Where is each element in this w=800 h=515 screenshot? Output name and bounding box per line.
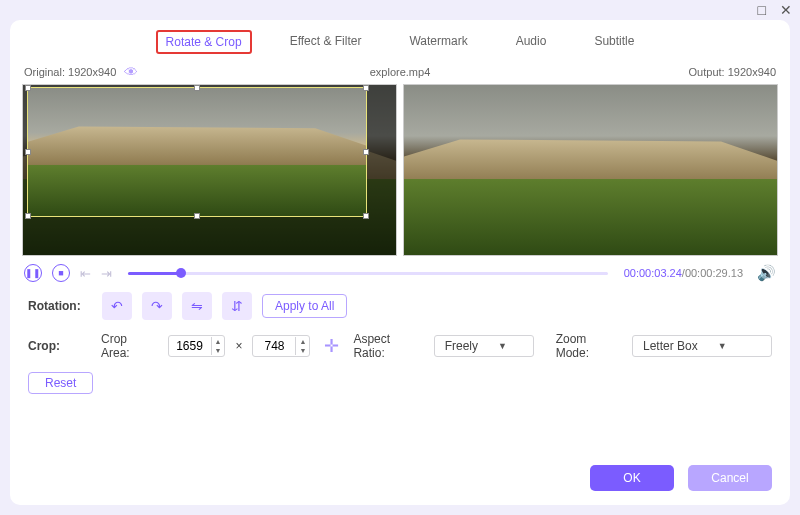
close-button[interactable]: ✕ — [780, 2, 792, 18]
crop-label: Crop: — [28, 339, 91, 353]
ok-button[interactable]: OK — [590, 465, 674, 491]
cancel-button[interactable]: Cancel — [688, 465, 772, 491]
crop-height-down[interactable]: ▼ — [296, 346, 309, 355]
tab-bar: Rotate & Crop Effect & Filter Watermark … — [10, 20, 790, 62]
aspect-ratio-label: Aspect Ratio: — [353, 332, 423, 360]
chevron-down-icon: ▼ — [498, 341, 507, 351]
crop-width-stepper[interactable]: ▲▼ — [168, 335, 226, 357]
time-display: 00:00:03.24/00:00:29.13 — [624, 267, 743, 279]
pause-button[interactable]: ❚❚ — [24, 264, 42, 282]
tab-effect-filter[interactable]: Effect & Filter — [280, 30, 372, 54]
crop-area-label: Crop Area: — [101, 332, 158, 360]
crop-height-stepper[interactable]: ▲▼ — [252, 335, 310, 357]
crop-rectangle[interactable] — [27, 87, 367, 217]
volume-icon[interactable]: 🔊 — [757, 264, 776, 282]
crop-handle-mr[interactable] — [363, 149, 369, 155]
apply-to-all-button[interactable]: Apply to All — [262, 294, 347, 318]
flip-horizontal-button[interactable]: ⇋ — [182, 292, 212, 320]
crop-width-input[interactable] — [169, 338, 211, 354]
editor-window: Rotate & Crop Effect & Filter Watermark … — [10, 20, 790, 505]
crop-handle-br[interactable] — [363, 213, 369, 219]
crop-handle-bl[interactable] — [25, 213, 31, 219]
crop-height-up[interactable]: ▲ — [296, 337, 309, 346]
center-crop-icon[interactable]: ✛ — [324, 335, 339, 357]
output-size-label: Output: 1920x940 — [525, 66, 776, 78]
next-frame-button[interactable]: ⇥ — [101, 266, 112, 281]
prev-frame-button[interactable]: ⇤ — [80, 266, 91, 281]
flip-vertical-button[interactable]: ⇵ — [222, 292, 252, 320]
filename-label: explore.mp4 — [275, 66, 526, 78]
source-preview[interactable] — [22, 84, 397, 256]
seek-thumb[interactable] — [176, 268, 186, 278]
crop-handle-ml[interactable] — [25, 149, 31, 155]
crop-height-input[interactable] — [253, 338, 295, 354]
seek-bar[interactable] — [128, 272, 608, 275]
rotate-left-button[interactable]: ↶ — [102, 292, 132, 320]
zoom-mode-select[interactable]: Letter Box▼ — [632, 335, 772, 357]
aspect-ratio-select[interactable]: Freely▼ — [434, 335, 534, 357]
crop-handle-tl[interactable] — [25, 85, 31, 91]
tab-audio[interactable]: Audio — [506, 30, 557, 54]
crop-width-down[interactable]: ▼ — [212, 346, 225, 355]
crop-handle-bm[interactable] — [194, 213, 200, 219]
rotate-right-button[interactable]: ↷ — [142, 292, 172, 320]
output-preview — [403, 84, 778, 256]
dimension-separator: × — [235, 339, 242, 353]
crop-handle-tr[interactable] — [363, 85, 369, 91]
maximize-button[interactable]: □ — [758, 2, 766, 18]
crop-handle-tm[interactable] — [194, 85, 200, 91]
rotation-label: Rotation: — [28, 299, 92, 313]
tab-rotate-crop[interactable]: Rotate & Crop — [156, 30, 252, 54]
preview-toggle-icon[interactable]: 👁 — [124, 64, 138, 80]
original-size-label: Original: 1920x940 — [24, 66, 116, 78]
reset-button[interactable]: Reset — [28, 372, 93, 394]
tab-watermark[interactable]: Watermark — [399, 30, 477, 54]
zoom-mode-label: Zoom Mode: — [556, 332, 622, 360]
crop-width-up[interactable]: ▲ — [212, 337, 225, 346]
tab-subtitle[interactable]: Subtitle — [584, 30, 644, 54]
stop-button[interactable]: ■ — [52, 264, 70, 282]
chevron-down-icon: ▼ — [718, 341, 727, 351]
